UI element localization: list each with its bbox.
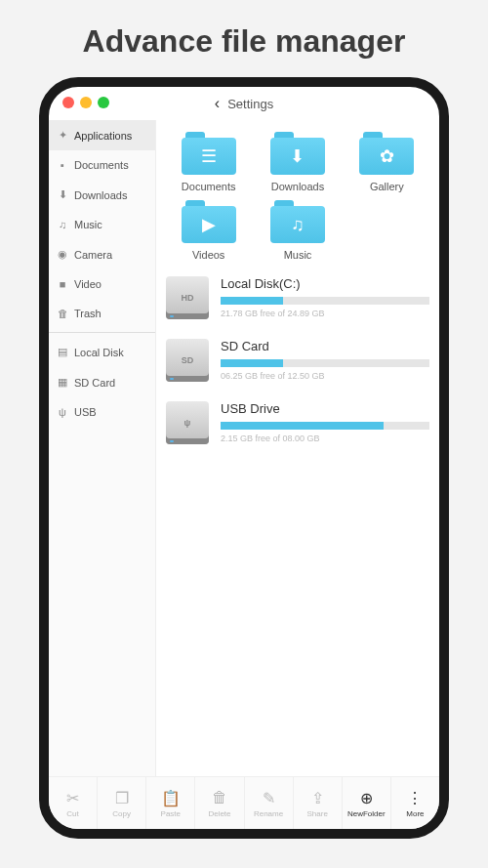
share-icon: ⇪ (311, 788, 324, 807)
folder-music[interactable]: ♫Music (255, 200, 340, 261)
sidebar-item-documents[interactable]: ▪Documents (49, 150, 155, 180)
sidebar-item-label: SD Card (74, 377, 115, 389)
drive-icon: ψ (166, 401, 209, 444)
drive-subtext: 06.25 GB free of 12.50 GB (221, 371, 429, 381)
drive-progress (221, 297, 429, 305)
sidebar-icon: ♫ (57, 219, 68, 230)
toolbar-share[interactable]: ⇪Share (294, 777, 343, 829)
sidebar-divider (49, 332, 155, 333)
sidebar-icon: 🗑 (57, 308, 68, 319)
folder-label: Gallery (370, 181, 404, 192)
sidebar-item-camera[interactable]: ◉Camera (49, 239, 155, 269)
sidebar-item-label: Camera (74, 249, 112, 261)
toolbar-label: Rename (254, 809, 283, 818)
minimize-icon[interactable] (80, 97, 92, 108)
sidebar-icon: ✦ (57, 129, 68, 142)
page-title: Advance file manager (0, 0, 488, 77)
toolbar-label: Copy (112, 809, 131, 818)
toolbar-label: Paste (161, 809, 181, 818)
sidebar-item-usb[interactable]: ψUSB (49, 397, 155, 427)
window-controls (49, 87, 109, 108)
sidebar-item-video[interactable]: ■Video (49, 269, 155, 299)
phone-frame: ‹ Settings ✦Applications▪Documents⬇Downl… (39, 77, 449, 839)
folder-icon: ☰ (182, 132, 236, 175)
maximize-icon[interactable] (98, 97, 109, 108)
sidebar-icon: ▦ (57, 376, 68, 389)
sidebar-item-label: Music (74, 219, 102, 230)
more-icon: ⋮ (407, 788, 423, 807)
drive-usb-drive[interactable]: ψUSB Drive2.15 GB free of 08.00 GB (166, 401, 429, 444)
sidebar-icon: ψ (57, 406, 68, 418)
sidebar-icon: ■ (57, 278, 68, 290)
drive-progress (221, 422, 429, 430)
back-button[interactable]: ‹ (215, 95, 220, 112)
sidebar-item-label: USB (74, 406, 97, 418)
folder-label: Music (284, 249, 312, 261)
sidebar-icon: ◉ (57, 248, 68, 261)
sidebar-item-trash[interactable]: 🗑Trash (49, 299, 155, 328)
sidebar-item-applications[interactable]: ✦Applications (49, 120, 155, 150)
drive-icon: HD (166, 276, 209, 319)
folder-icon: ▶ (182, 200, 236, 243)
drive-subtext: 2.15 GB free of 08.00 GB (221, 434, 429, 443)
titlebar-title: Settings (227, 97, 273, 111)
sidebar-icon: ▤ (57, 346, 68, 358)
drive-subtext: 21.78 GB free of 24.89 GB (221, 309, 429, 318)
folder-videos[interactable]: ▶Videos (166, 200, 251, 261)
folder-label: Documents (182, 181, 236, 192)
toolbar-label: NewFolder (347, 809, 386, 818)
folder-downloads[interactable]: ⬇Downloads (255, 132, 340, 192)
folder-label: Downloads (271, 181, 324, 192)
toolbar-more[interactable]: ⋮More (391, 777, 439, 829)
cut-icon: ✂ (66, 788, 79, 807)
sidebar-item-sd-card[interactable]: ▦SD Card (49, 367, 155, 397)
sidebar-icon: ⬇ (57, 188, 68, 201)
drive-progress (221, 359, 429, 367)
toolbar-label: Share (307, 809, 328, 818)
sidebar-item-label: Local Disk (74, 347, 124, 358)
toolbar-rename[interactable]: ✎Rename (245, 777, 294, 829)
drive-icon: SD (166, 339, 209, 382)
content: ✦Applications▪Documents⬇Downloads♫Music◉… (49, 120, 439, 776)
sidebar-icon: ▪ (57, 159, 68, 171)
drive-local-disk-c-[interactable]: HDLocal Disk(C:)21.78 GB free of 24.89 G… (166, 276, 429, 319)
bottom-toolbar: ✂Cut❐Copy📋Paste🗑Delete✎Rename⇪Share⊕NewF… (49, 776, 439, 829)
rename-icon: ✎ (263, 788, 275, 807)
drive-name: USB Drive (221, 401, 429, 416)
folder-grid: ☰Documents⬇Downloads✿Gallery▶Videos♫Musi… (166, 132, 429, 261)
toolbar-paste[interactable]: 📋Paste (146, 777, 195, 829)
folder-icon: ⬇ (270, 132, 325, 175)
sidebar: ✦Applications▪Documents⬇Downloads♫Music◉… (49, 120, 156, 776)
sidebar-item-label: Trash (74, 308, 102, 319)
toolbar-copy[interactable]: ❐Copy (98, 777, 146, 829)
main-panel: ☰Documents⬇Downloads✿Gallery▶Videos♫Musi… (156, 120, 439, 776)
toolbar-label: Cut (66, 809, 78, 818)
folder-label: Videos (192, 249, 224, 261)
drive-name: SD Card (221, 339, 429, 353)
folder-gallery[interactable]: ✿Gallery (345, 132, 429, 192)
toolbar-delete[interactable]: 🗑Delete (195, 777, 244, 829)
sidebar-item-local-disk[interactable]: ▤Local Disk (49, 337, 155, 367)
delete-icon: 🗑 (212, 788, 227, 807)
drive-name: Local Disk(C:) (221, 276, 429, 291)
close-icon[interactable] (62, 97, 74, 108)
sidebar-item-label: Applications (74, 130, 132, 142)
copy-icon: ❐ (115, 788, 129, 807)
paste-icon: 📋 (161, 788, 181, 807)
sidebar-item-label: Downloads (74, 189, 127, 201)
newfolder-icon: ⊕ (360, 788, 373, 807)
sidebar-item-label: Documents (74, 159, 129, 171)
toolbar-label: Delete (208, 809, 230, 818)
folder-icon: ✿ (359, 132, 414, 175)
sidebar-item-music[interactable]: ♫Music (49, 210, 155, 239)
toolbar-newfolder[interactable]: ⊕NewFolder (343, 777, 391, 829)
folder-icon: ♫ (270, 200, 325, 243)
drive-sd-card[interactable]: SDSD Card06.25 GB free of 12.50 GB (166, 339, 429, 382)
sidebar-item-downloads[interactable]: ⬇Downloads (49, 180, 155, 210)
toolbar-label: More (406, 809, 424, 818)
folder-documents[interactable]: ☰Documents (166, 132, 251, 192)
toolbar-cut[interactable]: ✂Cut (49, 777, 98, 829)
sidebar-item-label: Video (74, 278, 102, 290)
